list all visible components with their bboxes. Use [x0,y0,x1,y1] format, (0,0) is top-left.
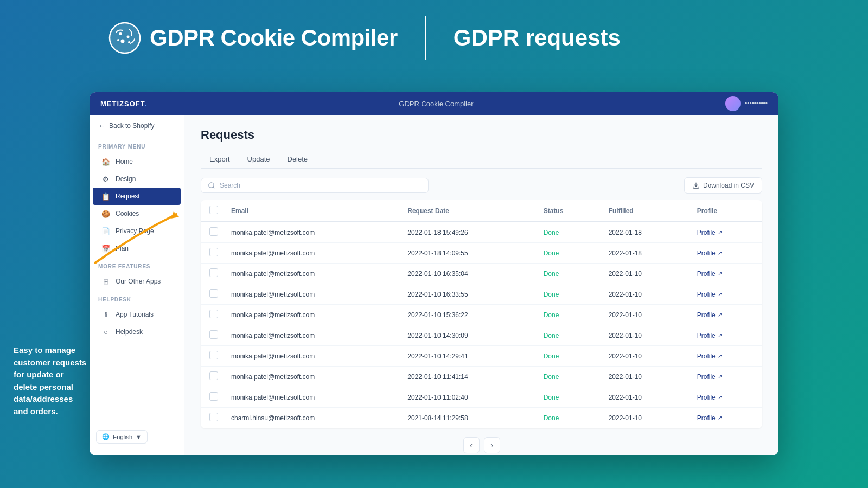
row-email: monika.patel@metizsoft.com [222,222,399,243]
row-checkbox[interactable] [209,413,218,421]
row-profile: Profile ↗ [688,284,762,305]
row-fulfilled: 2022-01-10 [600,367,688,387]
sidebar-item-plan[interactable]: 📅 Plan [93,240,181,257]
row-email: monika.patel@metizsoft.com [222,305,399,325]
row-checkbox[interactable] [209,248,218,256]
profile-link[interactable]: Profile ↗ [697,373,754,381]
next-page-button[interactable]: › [484,437,500,453]
row-email: monika.patel@metizsoft.com [222,264,399,284]
row-fulfilled: 2022-01-10 [600,346,688,367]
sidebar-item-other-apps[interactable]: ⊞ Our Other Apps [93,273,181,290]
tab-export[interactable]: Export [201,151,239,169]
kore-features-label: Kore features [90,364,142,374]
col-checkbox [201,200,222,222]
table-row: monika.patel@metizsoft.com 2022-01-18 14… [201,243,762,264]
sidebar-item-design[interactable]: ⚙ Design [93,170,181,188]
profile-link[interactable]: Profile ↗ [697,394,754,401]
profile-link[interactable]: Profile ↗ [697,352,754,360]
table-row: monika.patel@metizsoft.com 2022-01-10 14… [201,346,762,367]
select-all-checkbox[interactable] [209,206,218,214]
sidebar-item-tutorials[interactable]: ℹ App Tutorials [93,306,181,323]
external-link-icon: ↗ [718,353,722,359]
row-status: Done [535,408,600,428]
row-profile: Profile ↗ [688,222,762,243]
sidebar-item-helpdesk[interactable]: ○ Helpdesk [93,323,181,341]
row-checkbox[interactable] [209,330,218,339]
search-box[interactable]: Search [201,178,429,193]
sidebar-item-privacy[interactable]: 📄 Privacy Page [93,222,181,240]
profile-link[interactable]: Profile ↗ [697,270,754,278]
prev-page-button[interactable]: ‹ [463,437,480,453]
sidebar-item-request[interactable]: 📋 Request [93,188,181,205]
svg-point-6 [209,183,214,188]
header-divider [425,16,426,60]
row-status: Done [535,264,600,284]
row-checkbox-cell [201,387,222,408]
svg-point-2 [127,36,130,38]
profile-link[interactable]: Profile ↗ [697,291,754,298]
back-link-label: Back to Shopify [109,122,154,130]
svg-point-5 [117,39,119,41]
download-csv-button[interactable]: Download in CSV [684,177,762,194]
table-row: monika.patel@metizsoft.com 2022-01-18 15… [201,222,762,243]
row-checkbox[interactable] [209,268,218,277]
external-link-icon: ↗ [718,332,722,338]
row-request-date: 2022-01-10 14:29:41 [399,346,534,367]
pagination: ‹ › [201,437,762,453]
row-checkbox[interactable] [209,227,218,236]
row-fulfilled: 2022-01-10 [600,408,688,428]
col-profile: Profile [688,200,762,222]
row-fulfilled: 2022-01-10 [600,264,688,284]
design-label: Design [116,175,136,183]
row-request-date: 2022-01-10 15:36:22 [399,305,534,325]
row-fulfilled: 2022-01-10 [600,284,688,305]
row-checkbox[interactable] [209,310,218,318]
design-icon: ⚙ [101,175,110,183]
row-checkbox[interactable] [209,371,218,380]
profile-link[interactable]: Profile ↗ [697,414,754,422]
external-link-icon: ↗ [718,229,722,235]
row-fulfilled: 2022-01-10 [600,387,688,408]
profile-link[interactable]: Profile ↗ [697,229,754,236]
request-icon: 📋 [101,192,110,201]
row-fulfilled: 2022-01-18 [600,222,688,243]
app-name: GDPR Cookie Compiler [150,25,398,51]
row-checkbox[interactable] [209,351,218,359]
avatar [725,96,741,111]
language-selector[interactable]: 🌐 English ▼ [96,430,148,444]
globe-icon: 🌐 [102,433,110,440]
col-fulfilled: Fulfilled [600,200,688,222]
main-card: METIZSOFT. GDPR Cookie Compiler ••••••••… [90,92,778,455]
row-email: monika.patel@metizsoft.com [222,325,399,346]
row-checkbox[interactable] [209,392,218,401]
sidebar-item-cookies[interactable]: 🍪 Cookies [93,205,181,222]
row-checkbox-cell [201,367,222,387]
plan-label: Plan [116,245,129,252]
tab-delete[interactable]: Delete [279,151,317,169]
sidebar-item-home[interactable]: 🏠 Home [93,153,181,170]
app-bar: METIZSOFT. GDPR Cookie Compiler ••••••••… [90,92,778,115]
helpdesk-label: HELPDESK [90,290,184,306]
tab-update[interactable]: Update [239,151,279,169]
back-to-shopify[interactable]: ← Back to Shopify [90,115,184,137]
profile-link[interactable]: Profile ↗ [697,249,754,257]
search-icon [208,182,215,189]
row-status: Done [535,367,600,387]
row-status: Done [535,325,600,346]
col-status: Status [535,200,600,222]
other-apps-icon: ⊞ [101,277,110,286]
home-icon: 🏠 [101,157,110,166]
table-row: charmi.hinsu@metizsoft.com 2021-08-14 11… [201,408,762,428]
profile-link[interactable]: Profile ↗ [697,311,754,319]
profile-link[interactable]: Profile ↗ [697,332,754,339]
main-content: Requests Export Update Delete Search [184,115,778,455]
row-profile: Profile ↗ [688,305,762,325]
row-email: monika.patel@metizsoft.com [222,387,399,408]
svg-point-0 [110,23,140,53]
row-checkbox[interactable] [209,289,218,298]
row-profile: Profile ↗ [688,367,762,387]
row-profile: Profile ↗ [688,325,762,346]
row-checkbox-cell [201,305,222,325]
privacy-label: Privacy Page [116,227,154,235]
table-toolbar: Search Download in CSV [201,177,762,194]
